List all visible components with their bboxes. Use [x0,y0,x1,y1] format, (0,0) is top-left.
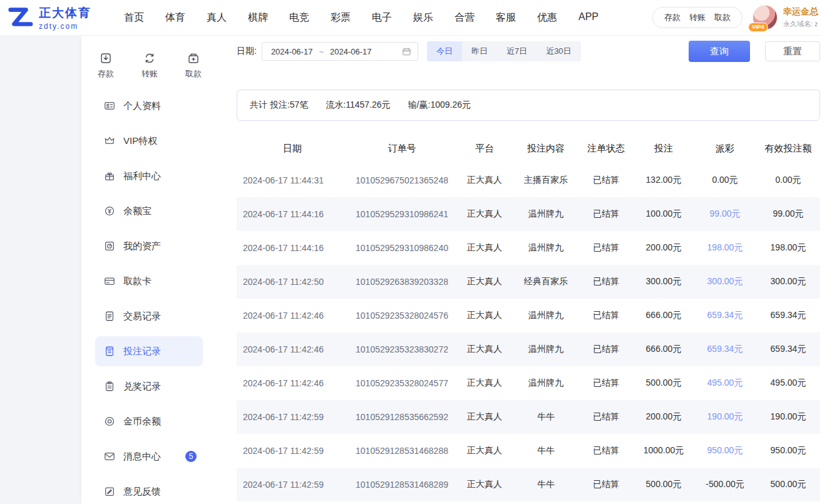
quick-range-button[interactable]: 昨日 [462,41,497,61]
cell-platform: 正大真人 [456,332,513,366]
table-row: 2024-06-17 11:44:16 1010529529310986240 … [237,231,820,265]
cell-platform: 正大真人 [456,468,513,501]
sidebar-menu-item[interactable]: 投注记录 [95,336,203,366]
wallet-link[interactable]: 取款 [714,12,731,23]
icon-withdraw [187,52,200,64]
sidebar: 存款 转账 取款 个人资料 VIP特权 [81,36,219,504]
icon-yuebao [104,205,115,217]
sidebar-quick-actions: 存款 转账 取款 [81,52,219,80]
sidebar-menu-item[interactable]: 意见反馈 [95,476,203,504]
cell-status: 已结算 [578,163,634,197]
cell-payout: 300.00元 [694,265,756,299]
cell-platform: 正大真人 [456,231,513,265]
cell-bet-amount: 500.00元 [634,468,694,501]
sidebar-menu-item[interactable]: 兑奖记录 [95,371,203,401]
cell-payout: 99.00元 [694,197,756,231]
sidebar-menu-item-label: VIP特权 [123,135,157,147]
cell-order-number: 1010529235328024577 [348,366,456,400]
quick-action[interactable]: 取款 [180,52,207,80]
column-header: 投注 [634,133,694,163]
quick-range-button[interactable]: 今日 [427,41,462,61]
nav-item[interactable]: 娱乐 [413,11,433,24]
sidebar-menu-item-label: 投注记录 [123,346,161,357]
cell-date: 2024-06-17 11:44:16 [237,231,348,265]
nav-item[interactable]: APP [578,11,599,24]
sidebar-menu-item-label: 个人资料 [123,100,161,112]
quick-range-button[interactable]: 近30日 [537,41,580,61]
summary-winloss: 输/赢:1009.26元 [408,100,471,111]
quick-range-group: 今日 昨日 近7日 近30日 [427,41,581,61]
user-name: 幸运金总 [783,6,822,18]
nav-item[interactable]: 电子 [372,11,392,24]
column-header: 注单状态 [578,133,634,163]
quick-action-label: 存款 [98,68,114,80]
wallet-link[interactable]: 转账 [689,12,706,23]
nav-item[interactable]: 优惠 [537,11,557,24]
nav-item[interactable]: 客服 [496,11,516,24]
query-button[interactable]: 查询 [689,41,750,62]
sidebar-menu-item[interactable]: 个人资料 [95,91,203,121]
quick-range-button[interactable]: 近7日 [497,41,537,61]
icon-welfare [104,170,115,182]
cell-platform: 正大真人 [456,163,513,197]
sidebar-menu-item[interactable]: 取款卡 [95,266,203,296]
bet-records-table: 日期 订单号 平台 投注内容 注单状态 投注 派彩 有效投注额 [237,133,820,501]
cell-platform: 正大真人 [456,434,513,468]
sidebar-menu-item-label: 交易记录 [123,311,161,322]
icon-card [104,275,115,287]
cell-bet-amount: 100.00元 [634,197,694,231]
sidebar-menu-item[interactable]: VIP特权 [95,126,203,156]
cell-bet-amount: 132.00元 [634,163,694,197]
quick-action[interactable]: 转账 [136,52,163,80]
top-nav: 首页 体育 真人 棋牌 电竞 彩票 电子 娱乐 合营 客服 优惠 APP [124,11,599,24]
sidebar-menu-item[interactable]: 余额宝 [95,196,203,226]
table-row: 2024-06-17 11:42:46 1010529235328024577 … [237,366,820,400]
cell-date: 2024-06-17 11:42:46 [237,366,348,400]
cell-platform: 正大真人 [456,299,513,332]
sidebar-menu-item-label: 兑奖记录 [123,381,161,393]
quick-action[interactable]: 存款 [93,52,119,80]
nav-item[interactable]: 电竞 [289,11,309,24]
cell-bet-amount: 200.00元 [634,400,694,434]
wallet-pill: 存款 转账 取款 [652,7,742,28]
cell-order-number: 1010529128531468289 [348,468,456,501]
sidebar-menu-item[interactable]: 福利中心 [95,161,203,191]
cell-valid-bet: 659.34元 [756,332,820,366]
cell-platform: 正大真人 [456,400,513,434]
quick-action-label: 转账 [141,68,158,80]
icon-assets [104,240,115,252]
avatar[interactable]: VIP4 [753,5,778,30]
cell-valid-bet: 99.00元 [756,197,820,231]
cell-bet-amount: 666.00元 [634,332,694,366]
sidebar-menu-item[interactable]: 金币余额 [95,406,203,436]
sidebar-menu-item[interactable]: 我的资产 [95,231,203,261]
nav-item[interactable]: 体育 [165,11,185,24]
date-range-input[interactable]: 2024-06-17 ~ 2024-06-17 [262,42,418,61]
wallet-link[interactable]: 存款 [664,12,681,23]
nav-item[interactable]: 合营 [455,11,475,24]
summary-total-bets: 共计 投注:57笔 [250,100,308,111]
nav-item[interactable]: 彩票 [331,11,351,24]
nav-item[interactable]: 真人 [207,11,227,24]
cell-bet-content: 主播百家乐 [513,163,578,197]
sidebar-menu-item[interactable]: 交易记录 [95,301,203,331]
icon-feedback [104,486,115,497]
reset-button[interactable]: 重置 [765,41,820,61]
cell-date: 2024-06-17 11:42:50 [237,265,348,299]
brand[interactable]: 正大体育 zdty.com [6,5,91,31]
cell-platform: 正大真人 [456,366,513,400]
cell-bet-content: 经典百家乐 [513,265,578,299]
icon-gold [104,416,115,427]
icon-profile [104,100,115,111]
cell-status: 已结算 [578,400,634,434]
cell-status: 已结算 [578,332,634,366]
topbar: 正大体育 zdty.com 首页 体育 真人 棋牌 电竞 彩票 电子 娱乐 合营… [0,0,822,36]
nav-item[interactable]: 首页 [124,11,144,24]
cell-payout: 950.00元 [694,434,756,468]
cell-bet-content: 牛牛 [513,434,578,468]
nav-item[interactable]: 棋牌 [248,11,268,24]
cell-order-number: 1010529263839203328 [348,265,456,299]
sidebar-menu-item[interactable]: 消息中心 5 [95,441,203,471]
cell-status: 已结算 [578,299,634,332]
icon-redeem [104,381,115,392]
